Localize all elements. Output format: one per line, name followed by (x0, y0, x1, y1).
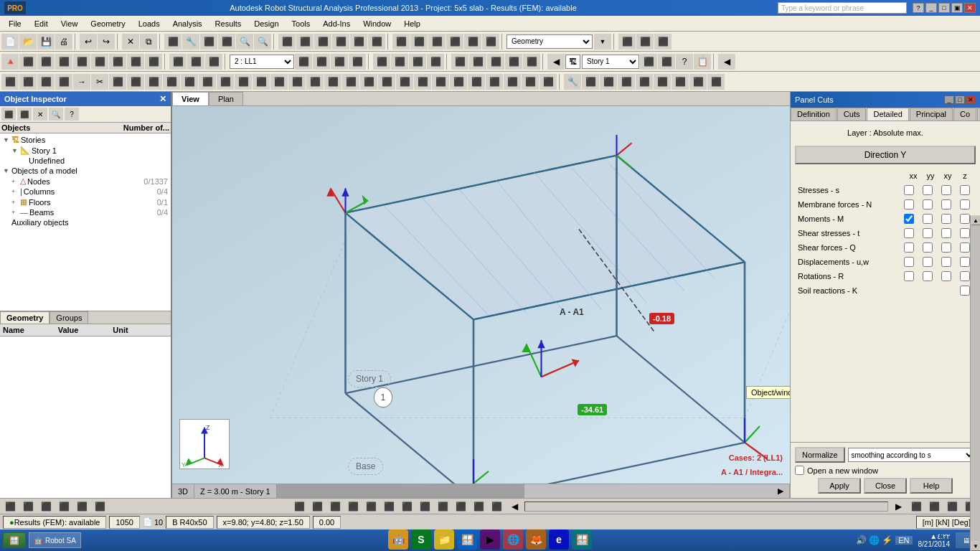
tb3-btn-17[interactable]: ⬛ (288, 74, 306, 90)
pc-normalize-btn[interactable]: Normalize (795, 447, 845, 463)
pc-membrane-xx[interactable] (904, 199, 914, 209)
tb2-btn-24[interactable]: ⬛ (505, 54, 522, 70)
menu-analysis[interactable]: Analysis (167, 18, 208, 29)
robot-app-icon[interactable]: 🤖 (388, 529, 408, 550)
arrow-left-btn[interactable]: ◀ (547, 54, 565, 70)
tb-btn-15[interactable]: ⬛ (428, 34, 446, 50)
tb2-btn-4[interactable]: ⬛ (55, 54, 72, 70)
oi-btn-search[interactable]: 🔍 (49, 108, 63, 121)
bt-btn-right-2[interactable]: ⬛ (308, 499, 326, 514)
oi-btn-1[interactable]: ⬛ (1, 108, 16, 121)
tb-btn-12[interactable]: ⬛ (368, 34, 385, 50)
tb3-btn-11[interactable]: ⬛ (181, 74, 198, 90)
tb-btn-4[interactable]: ⬛ (218, 34, 235, 50)
tb3-btn-25[interactable]: ⬛ (432, 74, 449, 90)
tree-columns[interactable]: + | Columns 0/4 (1, 187, 169, 197)
tb2-btn-21[interactable]: ⬛ (451, 54, 468, 70)
tb3-btn-2[interactable]: ⬛ (19, 74, 37, 90)
pc-apply-btn[interactable]: Apply (818, 478, 861, 494)
bt-btn-right-1[interactable]: ⬛ (291, 499, 308, 514)
pc-shearfq-yy[interactable] (923, 242, 933, 253)
skype-icon[interactable]: S (411, 529, 431, 550)
copy-btn[interactable]: ⧉ (140, 34, 157, 50)
windows-icon[interactable]: 🪟 (457, 529, 477, 550)
pc-disp-yy[interactable] (923, 257, 933, 267)
tree-story1[interactable]: ▼ 📐 Story 1 (1, 145, 169, 156)
search-box[interactable]: Type a keyword or phrase (778, 2, 907, 14)
tb3-btn-33[interactable]: ⬛ (582, 74, 599, 90)
tab-geometry[interactable]: Geometry (0, 311, 50, 324)
pc-tab-detailed[interactable]: Detailed (867, 108, 908, 121)
tb3-btn-19[interactable]: ⬛ (324, 74, 341, 90)
menu-file[interactable]: File (3, 18, 27, 29)
pc-tab-cuts[interactable]: Cuts (837, 108, 867, 121)
tb-btn-16[interactable]: ⬛ (446, 34, 463, 50)
pc-tab-nav[interactable]: ▶ (977, 108, 980, 121)
pc-rot-xy[interactable] (941, 271, 951, 281)
tb2-btn-29[interactable]: 📋 (694, 54, 711, 70)
tb-btn-8[interactable]: ⬛ (296, 34, 314, 50)
tb3-btn-24[interactable]: ⬛ (414, 74, 431, 90)
firefox-icon[interactable]: 🦊 (526, 529, 546, 550)
tb3-btn-28[interactable]: ⬛ (486, 74, 503, 90)
vsb-scroll-right[interactable]: ▶ (772, 484, 790, 498)
pc-shearfq-z[interactable] (960, 242, 970, 253)
bt-scrollbar[interactable] (524, 501, 888, 512)
view-dropdown[interactable]: Geometry (507, 34, 593, 49)
tb3-btn-31[interactable]: ⬛ (540, 74, 557, 90)
menu-view[interactable]: View (55, 18, 84, 29)
bt-btn-right-10[interactable]: ⬛ (452, 499, 469, 514)
redo-btn[interactable]: ↪ (98, 34, 115, 50)
tb3-btn-13[interactable]: ⬛ (217, 74, 234, 90)
pc-close-dialog-btn[interactable]: Close (864, 478, 907, 494)
tb-btn-13[interactable]: ⬛ (392, 34, 410, 50)
files-icon[interactable]: 📁 (434, 529, 454, 550)
tb2-btn-7[interactable]: ⬛ (109, 54, 126, 70)
restore-btn[interactable]: □ (938, 3, 950, 13)
view-tab-view[interactable]: View (172, 92, 209, 105)
delete-btn[interactable]: ✕ (122, 34, 139, 50)
pc-disp-xx[interactable] (904, 257, 914, 267)
tb-btn-2[interactable]: 🔧 (182, 34, 199, 50)
menu-window[interactable]: Window (357, 18, 397, 29)
bt-btn-right-11[interactable]: ⬛ (470, 499, 487, 514)
tb2-btn-12[interactable]: ⬛ (205, 54, 222, 70)
win-icon[interactable]: 🪟 (572, 529, 592, 550)
pc-membrane-xy[interactable] (941, 199, 951, 209)
tb3-btn-26[interactable]: ⬛ (450, 74, 467, 90)
pc-membrane-yy[interactable] (923, 199, 933, 209)
bt-btn-2[interactable]: ⬛ (19, 499, 37, 514)
help-btn-title[interactable]: ? (913, 3, 924, 13)
tb3-btn-3[interactable]: ⬛ (37, 74, 55, 90)
menu-addins[interactable]: Add-Ins (317, 18, 356, 29)
pc-close-btn[interactable]: ✕ (966, 95, 976, 104)
chrome-icon[interactable]: 🌐 (503, 529, 523, 550)
tree-floors[interactable]: + ▦ Floors 0/1 (1, 197, 169, 207)
tb2-btn-14[interactable]: ⬛ (313, 54, 330, 70)
tree-nodes[interactable]: + △ Nodes 0/1337 (1, 176, 169, 187)
tree-model-objects[interactable]: ▼ Objects of a model (1, 166, 169, 176)
tb3-btn-34[interactable]: ⬛ (600, 74, 617, 90)
oi-btn-3[interactable]: ✕ (33, 108, 47, 121)
tb3-btn-4[interactable]: ⬛ (55, 74, 72, 90)
menu-results[interactable]: Results (209, 18, 248, 29)
tb3-btn-8[interactable]: ⬛ (127, 74, 144, 90)
pc-tab-co[interactable]: Co (953, 108, 976, 121)
pc-rot-z[interactable] (960, 271, 970, 281)
pc-rot-xx[interactable] (904, 271, 914, 281)
pc-shearstt-xx[interactable] (904, 228, 914, 238)
tb3-btn-15[interactable]: ⬛ (253, 74, 270, 90)
bt-btn-3[interactable]: ⬛ (37, 499, 55, 514)
tb2-btn-5[interactable]: ⬛ (73, 54, 90, 70)
media-icon[interactable]: ▶ (480, 529, 500, 550)
tb3-btn-21[interactable]: ⬛ (360, 74, 377, 90)
tb2-btn-20[interactable]: ⬛ (427, 54, 444, 70)
tb-btn-21[interactable]: ⬛ (654, 34, 672, 50)
bt-btn-end-2[interactable]: ⬛ (925, 499, 943, 514)
tb2-btn-19[interactable]: ⬛ (409, 54, 426, 70)
save-btn[interactable]: 💾 (37, 34, 55, 50)
tb2-btn-27[interactable]: ⬛ (658, 54, 675, 70)
tb-btn-18[interactable]: ⬛ (482, 34, 499, 50)
menu-design[interactable]: Design (248, 18, 284, 29)
tb-btn-6[interactable]: 🔍 (254, 34, 271, 50)
